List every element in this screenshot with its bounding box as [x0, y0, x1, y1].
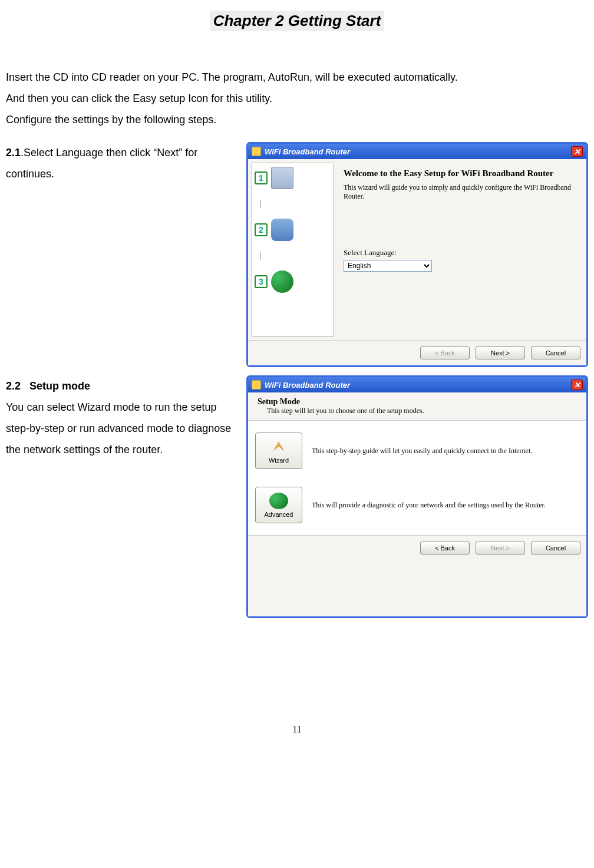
- setup-mode-title: Setup Mode: [258, 397, 577, 407]
- section-22-text: 2.2 Setup mode You can select Wizard mod…: [6, 375, 242, 618]
- app-icon: [252, 380, 261, 390]
- app-icon: [252, 147, 261, 156]
- cancel-button[interactable]: Cancel: [531, 542, 580, 555]
- button-bar: < Back Next > Cancel: [248, 340, 586, 365]
- wizard-button[interactable]: Wizard: [255, 433, 302, 469]
- titlebar: WiFi Broadband Router ✕: [248, 144, 586, 159]
- section-body: .Select Language then click “Next” for c…: [6, 147, 197, 180]
- welcome-subtitle: This wizard will guide you to simply and…: [344, 183, 573, 201]
- back-button[interactable]: < Back: [420, 346, 470, 359]
- next-button[interactable]: Next >: [476, 542, 525, 555]
- advanced-label: Advanced: [265, 511, 293, 518]
- intro-line: And then you can click the Easy setup Ic…: [6, 88, 588, 109]
- dialog-setup-mode: WiFi Broadband Router ✕ Setup Mode This …: [246, 375, 588, 618]
- page-number: 11: [6, 724, 588, 735]
- advanced-button[interactable]: Advanced: [255, 487, 302, 523]
- dialog-easy-setup: WiFi Broadband Router ✕ 1: [246, 142, 588, 367]
- window-title: WiFi Broadband Router: [265, 381, 350, 390]
- close-button[interactable]: ✕: [571, 379, 583, 390]
- advanced-icon: [269, 493, 288, 509]
- close-icon: ✕: [574, 381, 580, 390]
- wizard-step-1: 1: [255, 167, 331, 189]
- language-label: Select Language:: [344, 248, 573, 258]
- section-heading: Setup mode: [29, 380, 90, 392]
- section-21-text: 2.1.Select Language then click “Next” fo…: [6, 142, 242, 367]
- step-number: 2: [255, 223, 268, 236]
- router-icon: [271, 219, 293, 241]
- step-number: 1: [255, 171, 268, 184]
- close-button[interactable]: ✕: [571, 146, 583, 157]
- globe-icon: [271, 270, 293, 293]
- button-bar: < Back Next > Cancel: [248, 535, 586, 560]
- cancel-button[interactable]: Cancel: [531, 346, 580, 359]
- intro-line: Configure the settings by the following …: [6, 109, 588, 130]
- back-button[interactable]: < Back: [420, 542, 470, 555]
- wizard-step-2: 2: [255, 219, 331, 241]
- section-body: You can select Wizard mode to run the se…: [6, 401, 231, 456]
- titlebar: WiFi Broadband Router ✕: [248, 377, 586, 392]
- setup-mode-header: Setup Mode This step will let you to cho…: [248, 392, 586, 421]
- wizard-icon: [269, 438, 288, 455]
- language-select[interactable]: English: [344, 260, 432, 272]
- wizard-description: This step-by-step guide will let you eas…: [312, 447, 579, 456]
- window-title: WiFi Broadband Router: [265, 147, 350, 156]
- wizard-steps-panel: 1 2 3: [252, 163, 334, 336]
- welcome-title: Welcome to the Easy Setup for WiFi Broad…: [344, 169, 573, 179]
- setup-mode-subtitle: This step will let you to choose one of …: [267, 407, 577, 415]
- mode-wizard-row: Wizard This step-by-step guide will let …: [255, 433, 579, 469]
- advanced-description: This will provide a diagnostic of your n…: [312, 501, 579, 510]
- intro-line: Insert the CD into CD reader on your PC.…: [6, 67, 588, 88]
- next-button[interactable]: Next >: [476, 346, 525, 359]
- close-icon: ✕: [574, 147, 580, 156]
- wizard-label: Wizard: [269, 457, 289, 464]
- chapter-title: Chapter 2 Getting Start: [210, 11, 385, 31]
- computer-icon: [271, 167, 293, 189]
- section-number: 2.1: [6, 147, 21, 159]
- intro-paragraph: Insert the CD into CD reader on your PC.…: [6, 67, 588, 130]
- wizard-step-3: 3: [255, 270, 331, 293]
- section-number: 2.2: [6, 380, 21, 392]
- step-number: 3: [255, 275, 268, 288]
- mode-advanced-row: Advanced This will provide a diagnostic …: [255, 487, 579, 523]
